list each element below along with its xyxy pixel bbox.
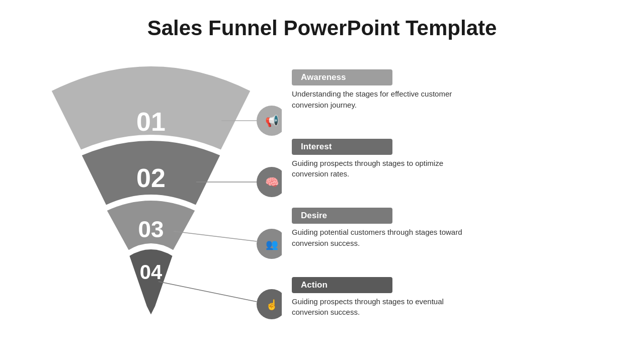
desc-action: Guiding prospects through stages to even… <box>292 296 463 318</box>
badge-action: Action <box>292 277 392 293</box>
label-action: Action Guiding prospects through stages … <box>292 277 614 318</box>
badge-interest: Interest <box>292 139 392 155</box>
desc-awareness: Understanding the stages for effective c… <box>292 88 463 111</box>
label-awareness: Awareness Understanding the stages for e… <box>292 69 614 111</box>
badge-awareness: Awareness <box>292 69 392 85</box>
svg-text:03: 03 <box>138 216 164 242</box>
labels-panel: Awareness Understanding the stages for e… <box>282 50 614 332</box>
svg-text:🧠: 🧠 <box>265 175 279 189</box>
svg-text:04: 04 <box>140 261 163 283</box>
svg-text:📢: 📢 <box>265 114 279 128</box>
label-desire: Desire Guiding potential customers throu… <box>292 208 614 249</box>
label-interest: Interest Guiding prospects through stage… <box>292 139 614 180</box>
svg-text:01: 01 <box>136 107 166 136</box>
svg-text:☝️: ☝️ <box>266 299 278 311</box>
funnel-diagram: 01 📢 02 🧠 03 👥 04 <box>20 50 282 332</box>
desc-desire: Guiding potential customers through stag… <box>292 227 463 249</box>
svg-line-9 <box>174 231 257 241</box>
page-title: Sales Funnel PowerPoint Template <box>0 0 644 50</box>
svg-text:👥: 👥 <box>266 238 278 250</box>
svg-text:02: 02 <box>136 163 166 193</box>
desc-interest: Guiding prospects through stages to opti… <box>292 158 463 180</box>
badge-desire: Desire <box>292 208 392 224</box>
svg-line-13 <box>158 282 257 302</box>
